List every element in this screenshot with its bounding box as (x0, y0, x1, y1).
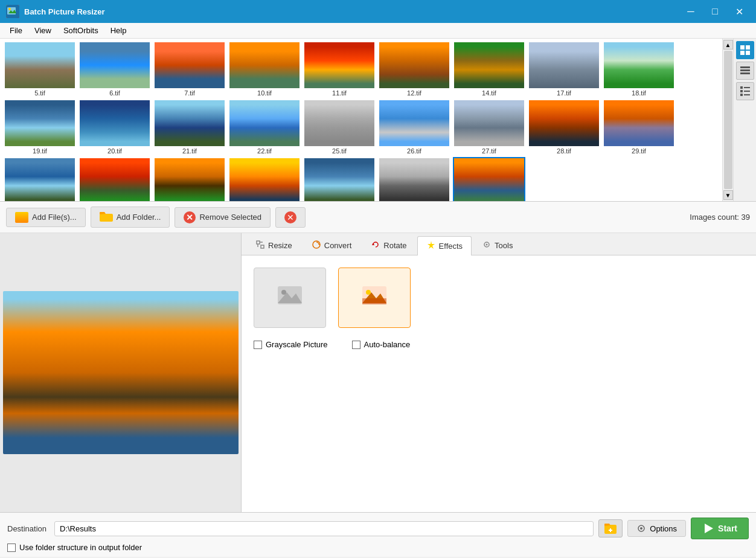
svg-rect-5 (746, 45, 750, 50)
thumb-img-37 (304, 158, 374, 201)
app-icon (6, 5, 19, 18)
effect-grayscale-box[interactable] (254, 268, 326, 328)
content-area: Resize Convert (0, 233, 756, 512)
thumb-img-14 (454, 42, 524, 88)
svg-rect-21 (261, 245, 264, 248)
svg-point-35 (366, 290, 371, 295)
grayscale-checkbox[interactable] (254, 341, 262, 349)
svg-point-32 (281, 290, 286, 295)
scroll-down-button[interactable]: ▼ (723, 190, 733, 200)
tab-tools[interactable]: Tools (473, 236, 522, 255)
thumb-5tif[interactable]: 5.tif (4, 42, 75, 97)
resize-icon (255, 240, 265, 251)
svg-rect-15 (740, 94, 743, 96)
clear-all-button[interactable]: ✕ (275, 207, 306, 228)
thumb-22tif[interactable]: 22.tif (229, 100, 300, 155)
thumb-26tif[interactable]: 26.tif (379, 100, 450, 155)
thumb-21tif[interactable]: 21.tif (154, 100, 225, 155)
destination-input[interactable] (54, 521, 594, 536)
tools-icon (482, 240, 492, 251)
add-files-icon (15, 212, 28, 223)
tab-convert[interactable]: Convert (303, 236, 361, 255)
thumb-27tif[interactable]: 27.tif (453, 100, 525, 155)
menu-view[interactable]: View (30, 24, 56, 37)
effect-color-box[interactable] (338, 268, 411, 328)
effects-icons-row (254, 268, 744, 328)
maximize-button[interactable]: □ (704, 2, 726, 21)
right-panel: Resize Convert (242, 233, 756, 512)
thumb-img-38 (379, 158, 449, 201)
menu-help[interactable]: Help (106, 24, 132, 37)
bottom-actions: Options Start (627, 518, 749, 539)
tab-rotate-label: Rotate (383, 241, 406, 250)
close-button[interactable]: ✕ (728, 2, 750, 21)
menu-softorbits[interactable]: SoftOrbits (59, 24, 103, 37)
thumb-18tif[interactable]: 18.tif (603, 42, 674, 97)
thumb-33tif[interactable]: 33.tif (154, 158, 225, 201)
view-modes (733, 39, 756, 201)
rotate-icon (371, 240, 380, 251)
autobalance-checkbox[interactable] (352, 341, 360, 349)
thumb-img-12 (379, 42, 449, 88)
scroll-up-button[interactable]: ▲ (723, 40, 733, 50)
effects-tab-content: Grayscale Picture Auto-balance (242, 255, 756, 512)
thumb-img-21 (155, 100, 225, 146)
add-folder-button[interactable]: Add Folder... (91, 207, 170, 228)
thumb-20tif[interactable]: 20.tif (79, 100, 150, 155)
add-files-button[interactable]: Add File(s)... (6, 208, 86, 227)
list-view-button[interactable] (736, 62, 754, 80)
svg-rect-7 (746, 51, 750, 55)
thumb-32tif[interactable]: 32.tif (79, 158, 150, 201)
thumb-19tif[interactable]: 19.tif (4, 100, 75, 155)
window-controls: ─ □ ✕ (680, 2, 750, 21)
thumb-10tif[interactable]: 10.tif (229, 42, 300, 97)
bottom-bar: Destination Options (0, 512, 756, 557)
thumb-29tif[interactable]: 29.tif (603, 100, 674, 155)
minimize-button[interactable]: ─ (680, 2, 702, 21)
svg-rect-20 (257, 241, 260, 244)
start-button[interactable]: Start (691, 518, 749, 539)
grayscale-effect-icon (275, 280, 305, 316)
browse-button[interactable] (598, 519, 623, 537)
thumb-28tif[interactable]: 28.tif (528, 100, 600, 155)
tab-effects[interactable]: Effects (417, 236, 472, 255)
menu-file[interactable]: File (5, 24, 27, 37)
thumb-autumn-lake[interactable]: autumn lake.tif (453, 158, 525, 201)
folder-icon (100, 211, 113, 223)
menubar: File View SoftOrbits Help (0, 23, 756, 39)
thumb-7tif[interactable]: 7.tif (154, 42, 225, 97)
thumb-17tif[interactable]: 17.tif (528, 42, 600, 97)
tab-rotate[interactable]: Rotate (362, 236, 415, 255)
thumb-img-7 (155, 42, 225, 88)
effects-tab-icon (426, 240, 436, 252)
grid-view-button[interactable] (736, 41, 754, 59)
folder-structure-checkbox-item[interactable]: Use folder structure in output folder (7, 543, 142, 552)
detail-view-button[interactable] (736, 82, 754, 100)
titlebar: Batch Picture Resizer ─ □ ✕ (0, 0, 756, 23)
tab-resize[interactable]: Resize (246, 236, 301, 255)
thumb-25tif[interactable]: 25.tif (304, 100, 375, 155)
remove-selected-button[interactable]: ✕ Remove Selected (175, 207, 271, 228)
thumbnail-scrollbar: ▲ ▼ (722, 39, 733, 201)
tab-convert-label: Convert (324, 241, 352, 250)
thumb-38tif[interactable]: 38.tif (379, 158, 450, 201)
tab-resize-label: Resize (268, 241, 292, 250)
svg-rect-6 (740, 51, 745, 55)
thumb-6tif[interactable]: 6.tif (79, 42, 150, 97)
thumb-35tif[interactable]: 35.tif (229, 158, 300, 201)
grayscale-checkbox-item[interactable]: Grayscale Picture (254, 340, 328, 349)
svg-rect-19 (100, 214, 113, 222)
options-button[interactable]: Options (627, 520, 686, 537)
thumb-img-25 (304, 100, 374, 146)
thumb-11tif[interactable]: 11.tif (304, 42, 375, 97)
folder-structure-checkbox[interactable] (7, 544, 16, 552)
thumb-37tif[interactable]: 37.tif (304, 158, 375, 201)
thumb-14tif[interactable]: 14.tif (453, 42, 525, 97)
autobalance-checkbox-item[interactable]: Auto-balance (352, 340, 411, 349)
convert-icon (312, 240, 321, 251)
thumb-30tif[interactable]: 30.tif (4, 158, 75, 201)
folder-check-row: Use folder structure in output folder (7, 543, 749, 552)
svg-marker-42 (705, 524, 713, 533)
folder-structure-label: Use folder structure in output folder (19, 543, 142, 552)
thumb-12tif[interactable]: 12.tif (379, 42, 450, 97)
